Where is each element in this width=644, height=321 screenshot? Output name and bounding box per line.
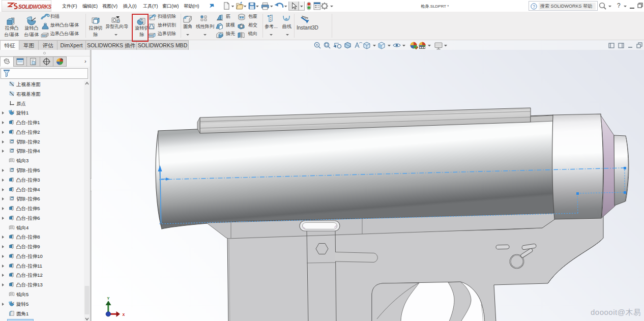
svg-text:X: X [123, 312, 125, 317]
svg-text:Y: Y [107, 296, 110, 301]
svg-text:?: ? [533, 4, 535, 9]
